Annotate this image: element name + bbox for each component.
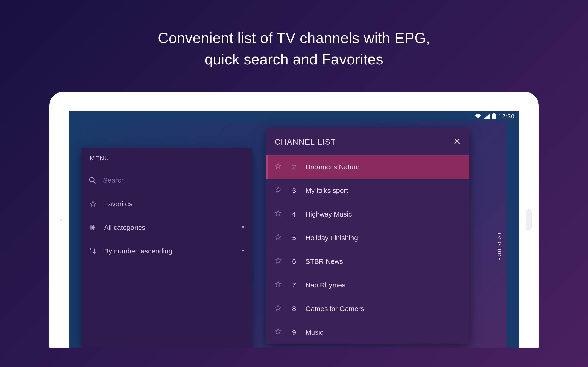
svg-marker-7	[275, 163, 281, 169]
favorites-label: Favorites	[104, 200, 245, 208]
channel-row[interactable]: 2Dreamer's Nature	[267, 155, 469, 179]
tv-guide-label: TV GUIDE	[496, 232, 502, 261]
menu-title: MENU	[82, 148, 251, 168]
headline-line-1: Convenient list of TV channels with EPG,	[158, 30, 430, 46]
search-row[interactable]	[82, 168, 251, 192]
star-icon	[88, 200, 98, 208]
favorite-star-icon[interactable]	[275, 163, 283, 171]
svg-text:9: 9	[90, 251, 92, 255]
channel-row[interactable]: 5Holiday Finishing	[267, 226, 469, 250]
channel-name: Games for Gamers	[305, 305, 364, 313]
channel-row[interactable]: 3My folks sport	[267, 179, 469, 202]
channel-list-title: CHANNEL LIST	[275, 137, 336, 146]
wifi-icon	[475, 114, 481, 119]
channel-number: 7	[289, 281, 299, 289]
favorite-star-icon[interactable]	[275, 210, 283, 218]
channel-number: 2	[289, 163, 299, 171]
channel-name: Highway Music	[305, 210, 352, 218]
channel-number: 6	[289, 258, 299, 265]
favorite-star-icon[interactable]	[275, 304, 283, 313]
channel-list-panel: CHANNEL LIST 2Dreamer's Nature3My folks …	[267, 128, 469, 344]
channel-name: My folks sport	[305, 187, 348, 194]
channel-number: 5	[289, 234, 299, 242]
categories-label: All categories	[104, 224, 235, 232]
status-bar: 12:30	[69, 111, 519, 121]
signal-icon	[484, 114, 490, 119]
sort-row[interactable]: 19 By number, ascending ▼	[82, 239, 251, 263]
channel-row[interactable]: 4Highway Music	[267, 202, 469, 226]
channel-number: 3	[289, 187, 299, 194]
favorite-star-icon[interactable]	[275, 281, 283, 289]
channel-row[interactable]: 6STBR News	[267, 250, 469, 273]
favorite-star-icon[interactable]	[275, 234, 283, 242]
search-input[interactable]	[103, 176, 245, 184]
device-screen: 12:30 MENU Favorites	[69, 111, 519, 348]
svg-line-1	[94, 181, 96, 183]
channel-row[interactable]: 9Music	[267, 320, 469, 344]
channel-name: Holiday Finishing	[305, 234, 358, 242]
home-button[interactable]	[526, 209, 532, 230]
headline-line-2: quick search and Favorites	[205, 51, 383, 68]
favorite-star-icon[interactable]	[275, 328, 283, 336]
channel-row[interactable]: 8Games for Gamers	[267, 297, 469, 320]
sort-label: By number, ascending	[104, 247, 235, 255]
channel-number: 4	[289, 210, 299, 218]
chevron-down-icon: ▼	[241, 249, 245, 253]
svg-text:1: 1	[90, 248, 92, 251]
marketing-headline: Convenient list of TV channels with EPG,…	[0, 27, 588, 70]
close-icon	[453, 137, 461, 145]
channel-number: 9	[289, 328, 299, 336]
favorite-star-icon[interactable]	[275, 186, 283, 195]
svg-marker-2	[90, 201, 96, 206]
channel-name: Nap Rhymes	[305, 281, 345, 289]
close-button[interactable]	[453, 137, 461, 146]
channel-list-header: CHANNEL LIST	[267, 128, 469, 155]
channel-name: STBR News	[305, 258, 343, 265]
channel-number: 8	[289, 305, 299, 313]
menu-panel: MENU Favorites A	[82, 148, 251, 348]
svg-marker-12	[275, 282, 281, 287]
battery-icon	[492, 113, 496, 119]
svg-point-0	[90, 177, 94, 182]
svg-marker-9	[275, 211, 281, 216]
svg-marker-14	[275, 329, 281, 334]
status-time: 12:30	[498, 113, 515, 120]
svg-marker-10	[275, 234, 281, 240]
svg-marker-11	[275, 258, 281, 263]
chevron-down-icon: ▼	[241, 225, 245, 230]
svg-marker-13	[275, 305, 281, 311]
svg-marker-8	[275, 187, 281, 192]
channel-name: Dreamer's Nature	[305, 163, 360, 171]
channel-name: Music	[305, 328, 323, 336]
tablet-frame: 12:30 MENU Favorites	[49, 92, 539, 348]
search-icon	[88, 176, 97, 184]
categories-icon	[88, 224, 98, 232]
favorite-star-icon[interactable]	[275, 257, 283, 266]
sort-icon: 19	[88, 247, 98, 255]
categories-row[interactable]: All categories ▼	[82, 216, 251, 239]
channel-row[interactable]: 7Nap Rhymes	[267, 273, 469, 297]
camera-dot	[60, 219, 62, 221]
favorites-row[interactable]: Favorites	[82, 192, 251, 216]
tv-guide-tab[interactable]: TV GUIDE	[492, 221, 506, 272]
